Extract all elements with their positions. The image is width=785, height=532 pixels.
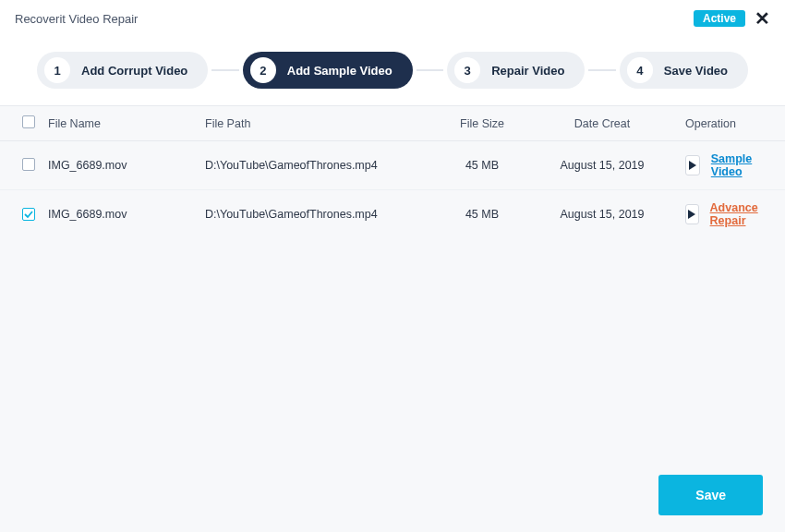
active-badge: Active: [694, 10, 745, 27]
svg-marker-1: [688, 210, 695, 219]
step-number: 4: [627, 57, 653, 83]
step-label: Save Video: [664, 64, 728, 78]
step-number: 2: [250, 57, 276, 83]
col-header-date: Date Creat: [537, 117, 667, 130]
table-row: IMG_6689.movD:\YouTube\GameofThrones.mp4…: [0, 141, 785, 190]
col-header-filepath: File Path: [205, 117, 427, 130]
step-connector: [417, 69, 443, 71]
step-connector: [211, 69, 238, 71]
col-header-operation: Operation: [667, 117, 763, 130]
step-3[interactable]: 3Repair Video: [447, 52, 585, 89]
row-checkbox[interactable]: [22, 208, 35, 221]
window-header: Recoverit Video Repair Active ✕: [0, 0, 785, 35]
step-label: Add Corrupt Video: [81, 64, 187, 78]
cell-filename: IMG_6689.mov: [48, 159, 205, 172]
cell-filesize: 45 MB: [427, 159, 537, 172]
table-header-row: File Name File Path File Size Date Creat…: [0, 106, 785, 141]
select-all-checkbox[interactable]: [22, 115, 35, 128]
step-label: Add Sample Video: [287, 64, 392, 78]
play-icon[interactable]: [685, 155, 700, 175]
table-row: IMG_6689.movD:\YouTube\GameofThrones.mp4…: [0, 190, 785, 238]
close-icon[interactable]: ✕: [755, 9, 770, 28]
step-connector: [588, 69, 615, 71]
advance-repair-link[interactable]: Advance Repair: [710, 201, 766, 227]
step-2[interactable]: 2Add Sample Video: [243, 52, 413, 89]
file-table-area: File Name File Path File Size Date Creat…: [0, 105, 785, 532]
col-header-filename: File Name: [48, 117, 205, 130]
sample-video-link[interactable]: Sample Video: [711, 152, 763, 178]
row-checkbox[interactable]: [22, 158, 35, 171]
footer: Save: [658, 475, 763, 515]
svg-marker-0: [689, 161, 696, 170]
cell-date: August 15, 2019: [537, 208, 667, 221]
window-title: Recoverit Video Repair: [15, 12, 138, 26]
cell-filepath: D:\YouTube\GameofThrones.mp4: [205, 159, 427, 172]
step-number: 1: [44, 57, 70, 83]
cell-date: August 15, 2019: [537, 159, 667, 172]
step-1[interactable]: 1Add Corrupt Video: [37, 52, 208, 89]
cell-filepath: D:\YouTube\GameofThrones.mp4: [205, 208, 427, 221]
steps-container: 1Add Corrupt Video2Add Sample Video3Repa…: [0, 35, 785, 105]
cell-filename: IMG_6689.mov: [48, 208, 205, 221]
cell-filesize: 45 MB: [427, 208, 537, 221]
col-header-filesize: File Size: [427, 117, 537, 130]
step-number: 3: [454, 57, 480, 83]
step-4[interactable]: 4Save Video: [620, 52, 748, 89]
step-label: Repair Video: [491, 64, 564, 78]
play-icon[interactable]: [685, 204, 699, 224]
header-right: Active ✕: [694, 9, 770, 28]
save-button[interactable]: Save: [658, 475, 763, 515]
